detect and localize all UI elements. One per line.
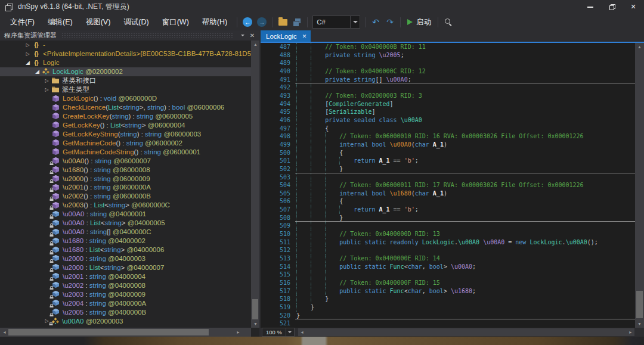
tree-item[interactable]: \u00A0 : List<string> @04000005: [0, 219, 251, 228]
tab-close-icon[interactable]: ✕: [302, 33, 307, 39]
expander-icon[interactable]: ▷: [43, 87, 51, 92]
scroll-up-icon[interactable]: ▲: [637, 45, 642, 49]
expander-icon[interactable]: ▷: [24, 42, 32, 48]
menu-item-0[interactable]: 文件(F): [4, 15, 41, 29]
indent-guide: [296, 230, 297, 238]
tree-item[interactable]: \u2005 : string @0400000B: [0, 307, 251, 316]
tab-locklogic[interactable]: LockLogic ✕: [261, 30, 311, 42]
restore-button[interactable]: [601, 0, 623, 14]
tree-item[interactable]: CheckLicence(List<string>, string) : boo…: [0, 103, 251, 112]
tree-horizontal-scrollbar[interactable]: ◄ ►: [0, 328, 251, 337]
scroll-left-icon[interactable]: ◄: [300, 330, 304, 334]
zoom-dropdown-button[interactable]: [286, 328, 294, 336]
language-selector-dropdown[interactable]: [350, 16, 360, 28]
search-button[interactable]: [441, 15, 456, 29]
folder-icon: [51, 76, 60, 85]
editor-vertical-scrollbar[interactable]: ▲ ▼: [635, 43, 644, 328]
menu-item-1[interactable]: 编辑(E): [41, 15, 79, 29]
tree-item[interactable]: \u00A0 : string[] @0400000C: [0, 228, 251, 237]
restore-icon: [609, 4, 615, 10]
tab-strip: LockLogic ✕: [261, 30, 644, 42]
menu-item-2[interactable]: 视图(V): [79, 15, 117, 29]
panel-close-button[interactable]: ✕: [247, 31, 257, 40]
indent-guide: [296, 295, 297, 303]
tree-item[interactable]: ▷派生类型: [0, 85, 251, 94]
tree-item[interactable]: \u2001 : string @04000004: [0, 272, 251, 281]
tree-item[interactable]: \u1680 : string @04000002: [0, 237, 251, 245]
close-button[interactable]: ✕: [623, 0, 644, 14]
panel-menu-button[interactable]: [238, 31, 247, 40]
scroll-up-icon[interactable]: ▲: [253, 42, 258, 46]
tree-vscroll-thumb[interactable]: [252, 299, 258, 319]
tree-item[interactable]: \u2001() : string @0600000A: [0, 183, 251, 192]
tree-item[interactable]: LockLogic() : void @0600000D: [0, 94, 251, 103]
code-view[interactable]: 487// Token: 0x0400000B RID: 11488privat…: [261, 43, 635, 328]
navigate-forward-button[interactable]: →: [255, 15, 269, 29]
tree-item[interactable]: \u2003 : string @04000009: [0, 290, 251, 299]
start-debugging-button[interactable]: 启动: [404, 15, 435, 29]
tree-item[interactable]: GetMachineCode() : string @06000002: [0, 138, 251, 147]
scroll-right-icon[interactable]: ►: [236, 330, 240, 334]
tree-item[interactable]: ▷基类和接口: [0, 76, 251, 85]
editor-vscroll-thumb[interactable]: [636, 291, 643, 318]
tree-item[interactable]: ▷{}<PrivateImplementationDetails>{8E00C5…: [0, 49, 251, 58]
tree-item-label: \u2003 : string @04000009: [63, 291, 145, 298]
indent-guide: [311, 141, 311, 149]
tree-item[interactable]: \u1680 : List<string> @04000006: [0, 245, 251, 254]
line-number: 507: [261, 206, 290, 214]
navigate-back-button[interactable]: ←: [240, 15, 255, 29]
tree-item[interactable]: ◢{}Logic: [0, 58, 251, 67]
tree-vertical-scrollbar[interactable]: ▲ ▼: [251, 41, 259, 328]
expander-icon[interactable]: ◢: [33, 69, 41, 74]
scroll-right-icon[interactable]: ►: [628, 330, 633, 334]
tree-item[interactable]: GetLockKey() : List<string> @06000004: [0, 120, 251, 129]
menu-item-4[interactable]: 窗口(W): [156, 15, 196, 29]
tree-item[interactable]: ▷{}-: [0, 41, 251, 49]
redo-button[interactable]: ↷: [383, 15, 397, 29]
code-line: 516// Token: 0x0400000F RID: 15: [261, 279, 635, 287]
zoom-selector[interactable]: 100 %: [262, 328, 295, 337]
tree-item[interactable]: \u2000 : List<string> @04000007: [0, 263, 251, 272]
menu-item-3[interactable]: 调试(D): [117, 15, 155, 29]
menu-item-5[interactable]: 帮助(H): [196, 15, 234, 29]
panel-drag-handle[interactable]: [61, 33, 233, 38]
tree-item[interactable]: \u2004 : string @0400000A: [0, 299, 251, 307]
tree-item[interactable]: GetLockKeyString(string) : string @06000…: [0, 129, 251, 138]
scroll-left-icon[interactable]: ◄: [2, 330, 7, 334]
line-number: 509: [261, 222, 290, 230]
tree-hscroll-thumb[interactable]: [8, 329, 209, 335]
expander-icon[interactable]: ▷: [24, 51, 32, 57]
tree-item[interactable]: GetMachineCodeString() : string @0600000…: [0, 147, 251, 156]
tree-item[interactable]: \u2000 : string @04000003: [0, 254, 251, 263]
tree-item[interactable]: \u00A0 : string @04000001: [0, 210, 251, 219]
tree-item[interactable]: \u2000() : string @06000009: [0, 174, 251, 183]
lock-icon: [49, 197, 54, 200]
field-icon: [51, 281, 60, 290]
expander-icon[interactable]: ▷: [43, 78, 51, 83]
method-icon: [51, 130, 60, 138]
open-file-button[interactable]: [275, 15, 290, 29]
method-icon: [51, 201, 60, 209]
tree-item[interactable]: ▷\u00A0 @02000003: [0, 316, 251, 325]
tree-item[interactable]: \u00A0() : string @06000007: [0, 156, 251, 165]
undo-button[interactable]: ↶: [369, 15, 383, 29]
tree-item[interactable]: CreateLockKey(string) : string @06000005: [0, 112, 251, 121]
tree-item[interactable]: \u2002() : string @0600000B: [0, 192, 251, 201]
indent-guide: [296, 173, 297, 182]
tree-item[interactable]: ◢LockLogic @02000002: [0, 67, 251, 76]
field-icon: [51, 263, 60, 272]
tree-item[interactable]: \u2003() : List<string> @0600000C: [0, 201, 251, 210]
language-selector[interactable]: C#: [312, 15, 360, 29]
save-all-button[interactable]: [290, 15, 304, 29]
assembly-tree[interactable]: ▷{}-▷{}<PrivateImplementationDetails>{8E…: [0, 41, 251, 328]
tree-item[interactable]: \u1680() : string @06000008: [0, 165, 251, 174]
lock-icon: [49, 277, 54, 281]
scroll-down-icon[interactable]: ▼: [637, 322, 642, 326]
editor-horizontal-scrollbar[interactable]: ◄ ►: [298, 328, 634, 336]
indent-guide: [325, 254, 326, 263]
code-line: 487// Token: 0x0400000B RID: 11: [261, 43, 635, 51]
minimize-button[interactable]: [580, 0, 601, 14]
expander-icon[interactable]: ◢: [24, 60, 32, 66]
scroll-down-icon[interactable]: ▼: [253, 322, 258, 326]
tree-item[interactable]: \u2002 : string @04000008: [0, 281, 251, 290]
